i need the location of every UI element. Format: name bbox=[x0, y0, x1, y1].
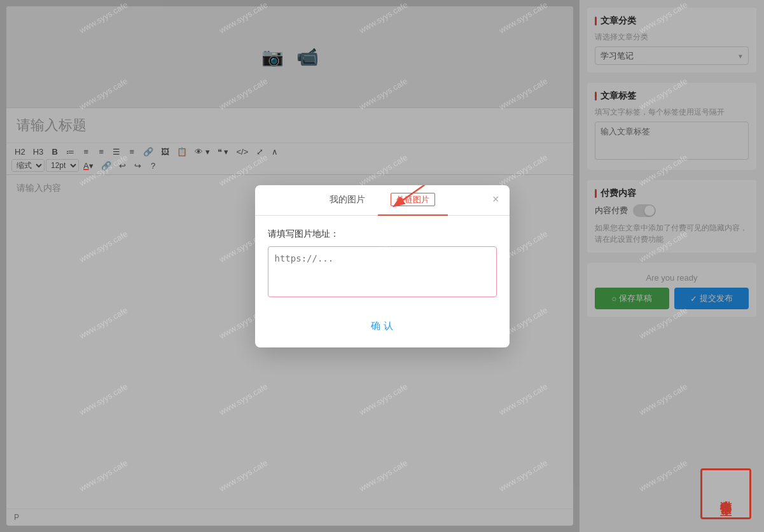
image-modal: 我的图片 外链图片 × 请填写图片地址： 确 认 bbox=[255, 185, 510, 347]
image-url-input[interactable] bbox=[268, 246, 497, 297]
modal-tabs: 我的图片 外链图片 × bbox=[255, 185, 510, 216]
modal-footer: 确 认 bbox=[255, 310, 510, 347]
modal-label: 请填写图片地址： bbox=[268, 228, 497, 240]
stamp: 金猫课堂 bbox=[700, 468, 751, 519]
tab-external-images[interactable]: 外链图片 bbox=[378, 185, 448, 216]
modal-body: 请填写图片地址： bbox=[255, 216, 510, 310]
tab-my-images[interactable]: 我的图片 bbox=[317, 185, 378, 216]
modal-close-button[interactable]: × bbox=[492, 193, 499, 206]
confirm-button[interactable]: 确 认 bbox=[358, 318, 405, 335]
modal-overlay[interactable]: 我的图片 外链图片 × 请填写图片地址： 确 认 bbox=[0, 0, 764, 532]
active-tab-label: 外链图片 bbox=[391, 193, 435, 206]
